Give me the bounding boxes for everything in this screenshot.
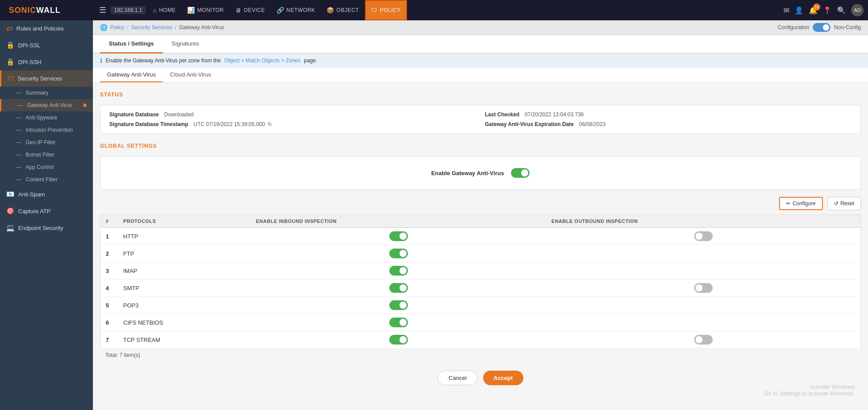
- cancel-button[interactable]: Cancel: [438, 371, 477, 385]
- nav-monitor[interactable]: 📊 MONITOR: [182, 0, 229, 20]
- table-row: 1HTTP: [100, 228, 861, 245]
- row-outbound-toggle[interactable]: [546, 314, 861, 331]
- last-checked-label: Last Checked: [485, 111, 519, 118]
- sidebar-sub-summary[interactable]: — Summary: [0, 87, 93, 99]
- outbound-toggle-switch[interactable]: [694, 231, 713, 241]
- sidebar-sub-geo-ip[interactable]: — Geo-IP Filter: [0, 136, 93, 149]
- bc-link-policy[interactable]: Policy: [110, 24, 124, 31]
- sidebar-item-dpi-ssh[interactable]: 🔒 DPI-SSH: [0, 54, 93, 70]
- config-toggle-switch[interactable]: [813, 23, 830, 32]
- dash-icon: —: [16, 176, 21, 183]
- inbound-toggle-switch[interactable]: [389, 249, 408, 258]
- col-header-outbound: ENABLE OUTBOUND INSPECTION: [546, 215, 861, 228]
- tab-status-settings[interactable]: Status / Settings: [100, 35, 163, 54]
- sidebar-item-rules[interactable]: 🏷 Rules and Policies: [0, 20, 93, 37]
- sidebar-item-security-services[interactable]: 🛡 Security Services: [0, 70, 93, 87]
- sidebar-sub-gateway-av[interactable]: — Gateway Anti-Virus: [0, 99, 93, 111]
- sidebar-sub-app-control[interactable]: — App Control: [0, 161, 93, 173]
- total-row: Total: 7 item(s): [100, 349, 861, 362]
- globe-icon: 🌐: [100, 24, 108, 31]
- sub-tab-gateway-av[interactable]: Gateway Anti-Virus: [100, 68, 163, 82]
- outbound-toggle-switch[interactable]: [694, 283, 713, 293]
- last-checked-value: 07/20/2022 13:04:03.736: [525, 111, 584, 118]
- sidebar-item-dpi-ssl[interactable]: 🔒 DPI-SSL: [0, 37, 93, 54]
- sub-tab-cloud-av[interactable]: Cloud Anti-Virus: [163, 68, 218, 82]
- content-area: 🌐 Policy / Security Services / Gateway A…: [93, 20, 868, 410]
- configure-button[interactable]: ✏ Configure: [779, 197, 823, 210]
- col-header-protocols: PROTOCOLS: [118, 215, 251, 228]
- endpoint-icon: 💻: [6, 224, 15, 232]
- network-icon: 🔗: [277, 7, 284, 14]
- nav-policy[interactable]: 🛡 POLICY: [365, 0, 407, 20]
- row-outbound-toggle[interactable]: [546, 262, 861, 280]
- refresh-icon[interactable]: ↻: [268, 121, 272, 127]
- info-link[interactable]: Object > Match Objects > Zones: [224, 57, 300, 64]
- row-outbound-toggle[interactable]: [546, 297, 861, 314]
- dash-icon: —: [16, 152, 21, 158]
- sidebar-sub-content-filter[interactable]: — Content Filter: [0, 173, 93, 186]
- sidebar-item-capture-atp[interactable]: 🎯 Capture ATP: [0, 203, 93, 219]
- row-outbound-toggle[interactable]: [546, 331, 861, 349]
- row-num: 3: [100, 262, 118, 280]
- nav-network[interactable]: 🔗 NETWORK: [271, 0, 320, 20]
- dpi-ssl-icon: 🔒: [6, 41, 15, 49]
- row-protocol: IMAP: [118, 262, 251, 280]
- device-icon: 🖥: [235, 7, 242, 14]
- row-inbound-toggle[interactable]: [251, 297, 546, 314]
- logo-text: SONICWALL: [9, 6, 61, 15]
- row-inbound-toggle[interactable]: [251, 314, 546, 331]
- user-settings-icon[interactable]: 👤: [795, 6, 803, 15]
- table-row: 6CIFS NETBIOS: [100, 314, 861, 331]
- row-outbound-toggle[interactable]: [546, 245, 861, 262]
- inbound-toggle-switch[interactable]: [389, 266, 408, 276]
- capture-atp-icon: 🎯: [6, 207, 15, 215]
- outbound-toggle-switch[interactable]: [694, 335, 713, 345]
- sidebar-sub-intrusion-prev[interactable]: — Intrusion Prevention: [0, 124, 93, 136]
- notifications-icon[interactable]: 🔔 10: [809, 6, 818, 15]
- row-inbound-toggle[interactable]: [251, 331, 546, 349]
- global-section-header: GLOBAL SETTINGS: [100, 141, 861, 151]
- nav-device[interactable]: 🖥 DEVICE: [230, 0, 270, 20]
- sidebar-item-endpoint[interactable]: 💻 Endpoint Security: [0, 219, 93, 236]
- col-header-inbound: ENABLE INBOUND INSPECTION: [251, 215, 546, 228]
- mail-icon[interactable]: ✉: [784, 6, 789, 15]
- sig-db-value: Downloaded: [164, 111, 194, 118]
- row-inbound-toggle[interactable]: [251, 245, 546, 262]
- status-section-header: STATUS: [100, 90, 861, 100]
- nav-object[interactable]: 📦 OBJECT: [321, 0, 364, 20]
- hamburger-icon[interactable]: ☰: [99, 5, 106, 15]
- row-outbound-toggle[interactable]: [546, 228, 861, 245]
- main-content: STATUS Signature Database Downloaded Las…: [93, 83, 868, 410]
- search-icon[interactable]: 🔍: [837, 6, 846, 15]
- inbound-toggle-switch[interactable]: [389, 318, 408, 327]
- inbound-toggle-switch[interactable]: [389, 300, 408, 310]
- row-inbound-toggle[interactable]: [251, 262, 546, 280]
- table-row: 2FTP: [100, 245, 861, 262]
- table-row: 4SMTP: [100, 280, 861, 297]
- row-num: 4: [100, 280, 118, 297]
- status-grid: Signature Database Downloaded Last Check…: [109, 111, 852, 127]
- inbound-toggle-switch[interactable]: [389, 335, 408, 345]
- inbound-toggle-switch[interactable]: [389, 283, 408, 293]
- sidebar-item-anti-spam[interactable]: 📧 Anti-Spam: [0, 186, 93, 203]
- config-label: Configuration: [778, 24, 809, 31]
- accept-button[interactable]: Accept: [483, 371, 523, 385]
- row-outbound-toggle[interactable]: [546, 280, 861, 297]
- row-num: 5: [100, 297, 118, 314]
- row-inbound-toggle[interactable]: [251, 280, 546, 297]
- sidebar-sub-anti-spyware[interactable]: — Anti-Spyware: [0, 111, 93, 124]
- notification-badge: 10: [813, 4, 820, 11]
- location-icon[interactable]: 📍: [823, 6, 832, 15]
- bc-link-security[interactable]: Security Services: [131, 24, 172, 31]
- avatar[interactable]: AD: [851, 4, 864, 16]
- row-inbound-toggle[interactable]: [251, 228, 546, 245]
- device-name[interactable]: 192.168.1.1: [111, 6, 146, 14]
- tab-signatures[interactable]: Signatures: [163, 35, 208, 54]
- enable-gateway-av-toggle[interactable]: [511, 168, 530, 178]
- table-row: 5POP3: [100, 297, 861, 314]
- inbound-toggle-switch[interactable]: [389, 231, 408, 241]
- enable-gateway-av-label: Enable Gateway Anti-Virus: [431, 170, 504, 176]
- sidebar-sub-botnet[interactable]: — Botnet Filter: [0, 149, 93, 161]
- reset-button[interactable]: ↺ Reset: [827, 197, 861, 210]
- nav-home[interactable]: ⌂ HOME: [147, 0, 181, 20]
